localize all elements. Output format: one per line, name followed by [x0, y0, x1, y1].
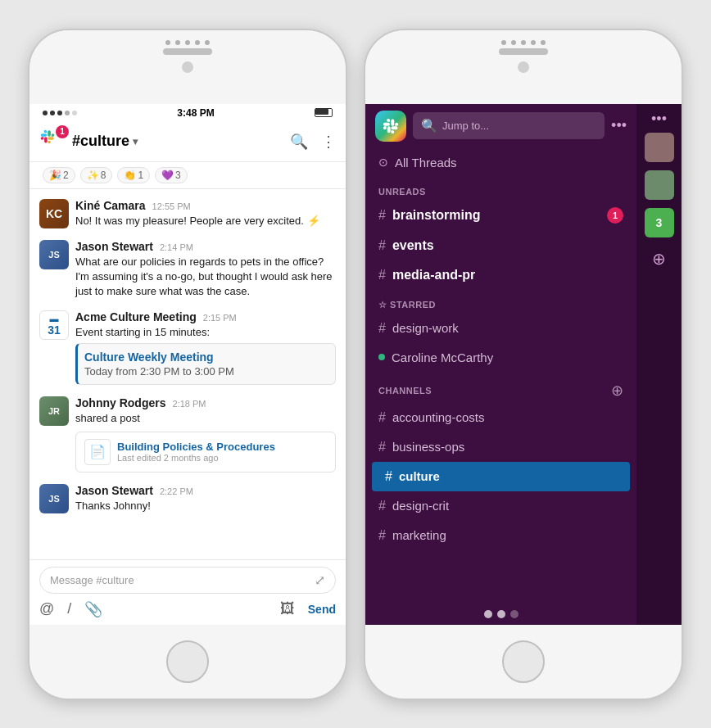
- calendar-event-block[interactable]: Culture Weekly Meeting Today from 2:30 P…: [75, 343, 336, 385]
- message-author: Johnny Rodgers: [75, 396, 165, 409]
- hash-icon: #: [378, 410, 386, 425]
- chat-header: 1 #culture ▾ 🔍 ⋮: [29, 122, 346, 162]
- mention-icon[interactable]: @: [39, 600, 54, 618]
- phone-dot: [521, 40, 526, 45]
- strip-badge: 3: [645, 208, 674, 237]
- search-icon: 🔍: [421, 118, 437, 133]
- phone-camera: [518, 61, 529, 73]
- image-icon[interactable]: 🖼: [280, 600, 295, 617]
- message-content: Jason Stewart 2:14 PM What are our polic…: [75, 240, 336, 300]
- search-button[interactable]: 🔍: [290, 133, 308, 151]
- nav-item-label: Caroline McCarthy: [392, 350, 493, 364]
- message-header: Johnny Rodgers 2:18 PM: [75, 396, 336, 409]
- emoji-icon: 🎉: [49, 170, 61, 181]
- message-text: shared a post: [75, 411, 336, 426]
- nav-item-culture[interactable]: # culture: [372, 462, 630, 491]
- emoji-reaction[interactable]: 👏 1: [117, 167, 150, 183]
- hash-icon: #: [378, 268, 386, 283]
- emoji-icon: 👏: [124, 170, 136, 181]
- hash-icon: #: [385, 469, 392, 484]
- nav-item-caroline-mccarthy[interactable]: Caroline McCarthy: [365, 343, 636, 372]
- pagination-dot: [484, 610, 492, 618]
- chat-messages: KC Kiné Camara 12:55 PM No! It was my pl…: [29, 189, 346, 559]
- emoji-icon: ✨: [87, 170, 99, 181]
- chat-phone-screen: 3:48 PM 1 #culture: [29, 104, 346, 625]
- section-header-starred: ☆ STARRED: [365, 290, 636, 314]
- nav-item-marketing[interactable]: # marketing: [365, 521, 636, 550]
- channel-title[interactable]: #culture ▾: [72, 133, 290, 150]
- attachment-icon[interactable]: 📎: [84, 600, 102, 618]
- pagination-dot: [497, 610, 505, 618]
- file-info: Building Policies & Procedures Last edit…: [117, 441, 275, 463]
- nav-item-label: business-ops: [392, 440, 464, 454]
- phone-dot: [531, 40, 536, 45]
- phone-dot: [195, 40, 200, 45]
- message-author: Jason Stewart: [75, 240, 153, 253]
- search-bar[interactable]: 🔍 Jump to...: [413, 112, 605, 139]
- phone-dot: [205, 40, 210, 45]
- emoji-reaction[interactable]: 🎉 2: [43, 167, 75, 183]
- online-status-dot: [378, 354, 385, 360]
- channel-name: #culture: [72, 133, 129, 150]
- phone-dot: [175, 40, 180, 45]
- nav-item-design-work[interactable]: # design-work: [365, 314, 636, 343]
- unread-badge: 1: [607, 207, 623, 224]
- add-icon[interactable]: ⊕: [652, 249, 666, 269]
- pagination-dots: [365, 604, 636, 625]
- hash-icon: #: [378, 321, 386, 336]
- message-input-field[interactable]: Message #culture ⤢: [39, 567, 336, 594]
- hash-icon: #: [378, 440, 386, 454]
- phone-dot: [511, 40, 516, 45]
- nav-item-brainstorming[interactable]: # brainstorming 1: [365, 200, 636, 231]
- home-button[interactable]: [502, 640, 545, 683]
- phone-camera: [182, 61, 193, 73]
- nav-item-label: culture: [399, 469, 440, 483]
- phone-dot: [501, 40, 506, 45]
- message-placeholder: Message #culture: [50, 574, 308, 586]
- message-row: ▬ 31 Acme Culture Meeting 2:15 PM Event …: [29, 307, 346, 388]
- message-time: 2:22 PM: [160, 486, 193, 496]
- nav-item-business-ops[interactable]: # business-ops: [365, 432, 636, 462]
- file-name: Building Policies & Procedures: [117, 441, 275, 453]
- emoji-count: 2: [63, 170, 69, 181]
- strip-avatar-2[interactable]: [645, 170, 674, 200]
- more-options-button[interactable]: ⋮: [321, 133, 336, 151]
- hash-icon: #: [378, 238, 386, 253]
- nav-item-label: All Threads: [395, 156, 457, 170]
- file-icon: 📄: [84, 439, 111, 465]
- sidebar-nav: ⊙ All Threads UNREADS # brainstorming 1 …: [365, 148, 636, 604]
- message-text: No! It was my pleasure! People are very …: [75, 214, 336, 228]
- message-author: Acme Culture Meeting: [75, 310, 197, 323]
- file-attachment[interactable]: 📄 Building Policies & Procedures Last ed…: [75, 432, 336, 473]
- emoji-count: 1: [138, 170, 143, 181]
- signal-dot: [72, 111, 77, 115]
- nav-item-media-and-pr[interactable]: # media-and-pr: [365, 260, 636, 290]
- nav-item-label: brainstorming: [392, 208, 481, 223]
- star-icon: ☆: [378, 300, 387, 310]
- home-button[interactable]: [166, 640, 209, 683]
- nav-item-events[interactable]: # events: [365, 231, 636, 260]
- phone-top-bar-right: [365, 30, 682, 104]
- nav-item-all-threads[interactable]: ⊙ All Threads: [365, 148, 636, 177]
- send-button[interactable]: Send: [308, 603, 336, 616]
- message-time: 2:18 PM: [172, 399, 206, 409]
- nav-item-accounting-costs[interactable]: # accounting-costs: [365, 403, 636, 432]
- status-time: 3:48 PM: [177, 107, 214, 119]
- message-text: Event starting in 15 minutes:: [75, 325, 336, 340]
- message-header: Kiné Camara 12:55 PM: [75, 199, 336, 212]
- more-dots-icon[interactable]: •••: [651, 111, 667, 128]
- add-channel-button[interactable]: ⊕: [611, 382, 623, 400]
- slash-icon[interactable]: /: [67, 600, 71, 618]
- emoji-icon: 💜: [161, 170, 174, 181]
- status-bar: 3:48 PM: [29, 104, 346, 122]
- emoji-reaction[interactable]: ✨ 8: [80, 167, 113, 183]
- message-author: Kiné Camara: [75, 199, 146, 212]
- more-options-icon[interactable]: •••: [611, 117, 627, 134]
- strip-avatar-1[interactable]: [645, 133, 674, 162]
- emoji-reaction[interactable]: 💜 3: [155, 167, 188, 183]
- phone-dot: [541, 40, 546, 45]
- nav-item-design-crit[interactable]: # design-crit: [365, 491, 636, 521]
- pagination-dot: [510, 610, 519, 618]
- message-author: Jason Stewart: [75, 484, 153, 497]
- phone-dot: [185, 40, 190, 45]
